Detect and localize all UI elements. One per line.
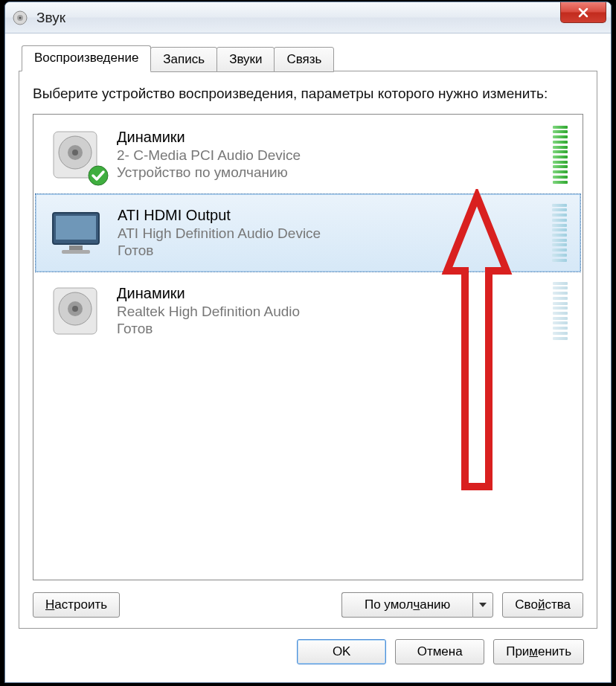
set-default-split: По умолчанию — [341, 592, 493, 618]
level-meter — [552, 204, 567, 262]
device-item[interactable]: Динамики 2- C-Media PCI Audio Device Уст… — [35, 116, 581, 193]
close-icon — [577, 7, 589, 19]
ok-button[interactable]: OK — [297, 639, 386, 664]
set-default-button[interactable]: По умолчанию — [341, 592, 472, 618]
tab-strip: Воспроизведение Запись Звуки Связь — [19, 45, 597, 71]
tab-communications[interactable]: Связь — [274, 47, 334, 72]
device-list[interactable]: Динамики 2- C-Media PCI Audio Device Уст… — [33, 114, 583, 580]
device-info: ATI HDMI Output ATI High Definition Audi… — [118, 207, 545, 259]
monitor-icon — [45, 202, 107, 264]
device-status: Устройство по умолчанию — [117, 164, 545, 181]
device-status: Готов — [117, 321, 545, 337]
device-item[interactable]: ATI HDMI Output ATI High Definition Audi… — [35, 193, 581, 272]
chevron-down-icon — [479, 603, 487, 607]
properties-button[interactable]: Свойства — [502, 592, 583, 618]
svg-point-15 — [72, 306, 78, 312]
device-desc: 2- C-Media PCI Audio Device — [117, 147, 545, 164]
configure-button[interactable]: Настроить — [33, 592, 120, 618]
device-status: Готов — [118, 243, 545, 259]
svg-rect-10 — [69, 246, 83, 250]
default-check-icon — [87, 164, 109, 189]
instruction-text: Выберите устройство воспроизведения, пар… — [33, 85, 583, 103]
tab-playback[interactable]: Воспроизведение — [22, 45, 151, 71]
svg-rect-11 — [62, 250, 90, 254]
tab-sounds[interactable]: Звуки — [216, 47, 275, 72]
svg-point-2 — [19, 16, 22, 19]
set-default-dropdown[interactable] — [472, 592, 493, 618]
action-row: Настроить По умолчанию Свойства — [33, 592, 583, 618]
device-name: ATI HDMI Output — [118, 207, 545, 224]
device-desc: ATI High Definition Audio Device — [118, 225, 545, 242]
device-desc: Realtek High Definition Audio — [117, 304, 545, 320]
svg-point-7 — [89, 166, 108, 185]
level-meter — [553, 126, 568, 184]
dialog-footer: OK Отмена Применить — [19, 629, 597, 675]
cancel-button[interactable]: Отмена — [395, 639, 484, 664]
level-meter — [553, 282, 568, 340]
speaker-icon — [44, 280, 106, 342]
dialog-body: Воспроизведение Запись Звуки Связь Выбер… — [5, 33, 611, 682]
device-name: Динамики — [117, 129, 545, 146]
svg-rect-9 — [56, 216, 96, 240]
svg-point-6 — [72, 150, 78, 156]
sound-app-icon — [11, 9, 29, 27]
sound-dialog: Звук Воспроизведение Запись Звуки Связь … — [4, 1, 612, 683]
tab-panel-playback: Выберите устройство воспроизведения, пар… — [19, 71, 597, 629]
device-item[interactable]: Динамики Realtek High Definition Audio Г… — [35, 272, 581, 350]
device-info: Динамики 2- C-Media PCI Audio Device Уст… — [117, 129, 545, 181]
close-button[interactable] — [560, 2, 606, 23]
device-name: Динамики — [117, 285, 545, 302]
speaker-icon — [44, 124, 106, 186]
tab-recording[interactable]: Запись — [150, 47, 217, 72]
device-info: Динамики Realtek High Definition Audio Г… — [117, 285, 545, 337]
titlebar[interactable]: Звук — [5, 2, 611, 33]
apply-button[interactable]: Применить — [493, 639, 584, 664]
window-title: Звук — [36, 10, 65, 26]
